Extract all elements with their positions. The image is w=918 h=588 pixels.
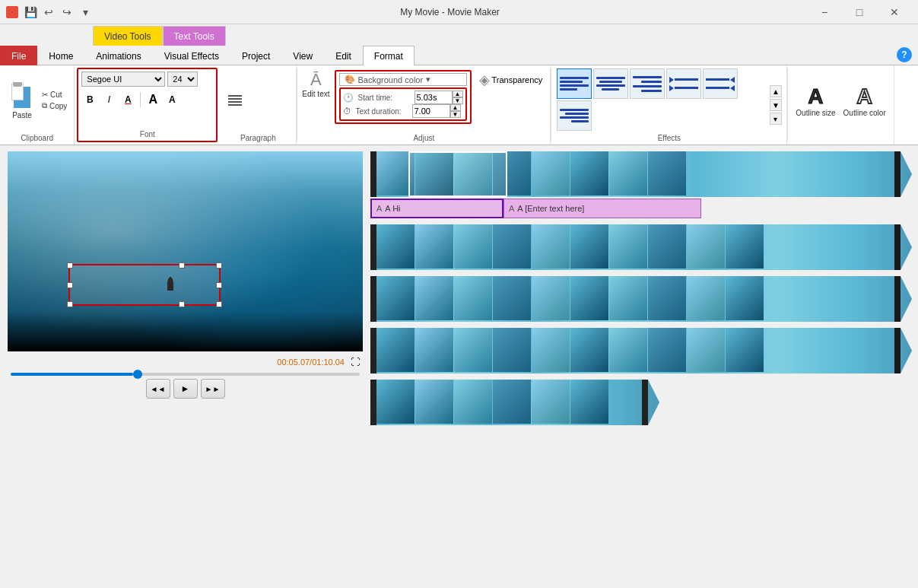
handle-mr[interactable]: [216, 282, 222, 288]
outline-buttons: A Outline size A Outline color: [793, 68, 888, 143]
outline-size-button[interactable]: A Outline size: [793, 83, 838, 119]
bold-button[interactable]: B: [81, 91, 98, 108]
font-grow-button[interactable]: A: [145, 91, 161, 108]
background-color-button[interactable]: 🎨 Background color ▾: [339, 73, 467, 86]
tab-format[interactable]: Format: [363, 46, 415, 65]
play-button[interactable]: ►: [173, 379, 198, 399]
paragraph-label: Paragraph: [220, 134, 296, 142]
font-divider1: [140, 92, 141, 107]
bg-color-section: 🎨 Background color ▾ 🕐 Start time:: [335, 70, 472, 124]
handle-tr[interactable]: [216, 262, 222, 269]
tab-home[interactable]: Home: [37, 46, 84, 65]
effects-label: Effects: [551, 134, 786, 142]
start-time-spinner: ▲ ▼: [415, 91, 463, 104]
start-time-input[interactable]: [415, 91, 453, 104]
effects-scroll-up[interactable]: ▲: [770, 85, 782, 97]
text-duration-down[interactable]: ▼: [450, 111, 461, 118]
effects-scroll: ▲ ▼ ▾: [770, 85, 782, 125]
effect-button-4[interactable]: [666, 68, 701, 99]
effects-scroll-down[interactable]: ▼: [770, 99, 782, 111]
caption-item-1[interactable]: A A Hi: [370, 199, 503, 218]
close-button[interactable]: ✕: [877, 0, 912, 24]
start-time-up[interactable]: ▲: [453, 91, 463, 97]
font-row1: Segoe UI 24: [81, 72, 213, 87]
undo-qa-button[interactable]: ↩: [41, 5, 56, 20]
align-left-button[interactable]: [224, 90, 246, 111]
copy-button[interactable]: ⧉ Copy: [40, 100, 69, 111]
text-duration-row: ⏱ Text duration: ▲ ▼: [343, 104, 463, 118]
start-time-down[interactable]: ▼: [453, 97, 463, 104]
adjust-group: Ā Edit text 🎨 Background color ▾: [297, 65, 551, 145]
preview-panel: 00:05.07/01:10.04 ⛶ ◄◄ ► ►►: [0, 145, 370, 588]
outline-color-button[interactable]: A Outline color: [840, 83, 889, 119]
clipboard-label: Clipboard: [0, 134, 74, 142]
handle-br[interactable]: [216, 301, 222, 307]
titlebar: 💾 ↩ ↪ ▾ My Movie - Movie Maker − □ ✕: [0, 0, 918, 24]
tab-view[interactable]: View: [281, 46, 324, 65]
fastforward-button[interactable]: ►►: [201, 379, 225, 399]
timeline-panel: A A Hi A A [Enter text here]: [370, 145, 918, 588]
text-box-overlay[interactable]: [68, 264, 221, 306]
start-time-spin-buttons: ▲ ▼: [453, 91, 463, 104]
paragraph-group: Paragraph: [220, 65, 297, 145]
handle-tm[interactable]: [179, 262, 185, 269]
tab-edit[interactable]: Edit: [324, 46, 363, 65]
tab-visual-effects[interactable]: Visual Effects: [153, 46, 230, 65]
fullscreen-button[interactable]: ⛶: [348, 354, 363, 370]
transparency-button[interactable]: ◈ Transparency: [476, 70, 546, 90]
effect-button-3[interactable]: [630, 68, 665, 99]
handle-ml[interactable]: [67, 282, 73, 288]
main-area: 00:05.07/01:10.04 ⛶ ◄◄ ► ►►: [0, 145, 918, 588]
redo-qa-button[interactable]: ↪: [59, 5, 75, 20]
track1: [370, 151, 912, 197]
video-preview: [8, 151, 363, 351]
tab-text-tools[interactable]: Text Tools: [163, 26, 226, 46]
italic-button[interactable]: I: [100, 91, 117, 108]
help-button[interactable]: ?: [897, 47, 912, 62]
font-shrink-button[interactable]: A: [164, 91, 180, 108]
tab-animations[interactable]: Animations: [84, 46, 152, 65]
tab-file[interactable]: File: [0, 46, 37, 65]
save-qa-button[interactable]: 💾: [23, 5, 38, 20]
effect-button-6[interactable]: [557, 100, 592, 131]
text-duration-up[interactable]: ▲: [450, 104, 461, 111]
effects-scroll-more[interactable]: ▾: [770, 113, 782, 125]
edit-text-icon: Ā: [310, 70, 322, 90]
text-duration-input[interactable]: [412, 104, 450, 118]
align-right-button[interactable]: [270, 90, 291, 111]
track4-frames: [376, 328, 764, 373]
track5: [370, 380, 659, 425]
seek-bar[interactable]: [11, 373, 360, 376]
tab-video-tools[interactable]: Video Tools: [93, 26, 163, 46]
align-center-button[interactable]: [247, 90, 268, 111]
font-color-button[interactable]: A: [119, 91, 136, 108]
font-size-select[interactable]: 24: [167, 72, 198, 87]
paragraph-buttons: [224, 68, 291, 143]
app-icon: [6, 6, 18, 18]
seek-progress: [11, 373, 133, 376]
minimize-button[interactable]: −: [807, 0, 842, 24]
effect-button-1[interactable]: [557, 68, 592, 99]
edit-text-button[interactable]: Ā Edit text: [302, 70, 329, 99]
seekbar-row: [8, 373, 363, 376]
caption-track: A A Hi A A [Enter text here]: [370, 199, 912, 218]
tab-project[interactable]: Project: [230, 46, 281, 65]
handle-bm[interactable]: [179, 301, 185, 307]
font-family-select[interactable]: Segoe UI: [81, 72, 165, 87]
cut-button[interactable]: ✂ Cut: [40, 90, 69, 100]
effect-button-2[interactable]: [593, 68, 628, 99]
more-qa-button[interactable]: ▾: [78, 5, 93, 20]
track1-section: A A Hi A A [Enter text here]: [370, 151, 912, 218]
seek-thumb[interactable]: [133, 370, 142, 379]
rewind-button[interactable]: ◄◄: [146, 379, 170, 399]
track3: [370, 276, 912, 322]
handle-bl[interactable]: [67, 301, 73, 307]
window-controls: − □ ✕: [807, 0, 912, 24]
caption-item-2[interactable]: A A [Enter text here]: [503, 199, 701, 218]
paste-button[interactable]: Paste: [5, 81, 40, 121]
maximize-button[interactable]: □: [842, 0, 877, 24]
effect-button-5[interactable]: [703, 68, 738, 99]
handle-tl[interactable]: [67, 262, 73, 269]
font-row2: B I A A A: [81, 91, 213, 108]
text-duration-spin-buttons: ▲ ▼: [450, 104, 461, 118]
